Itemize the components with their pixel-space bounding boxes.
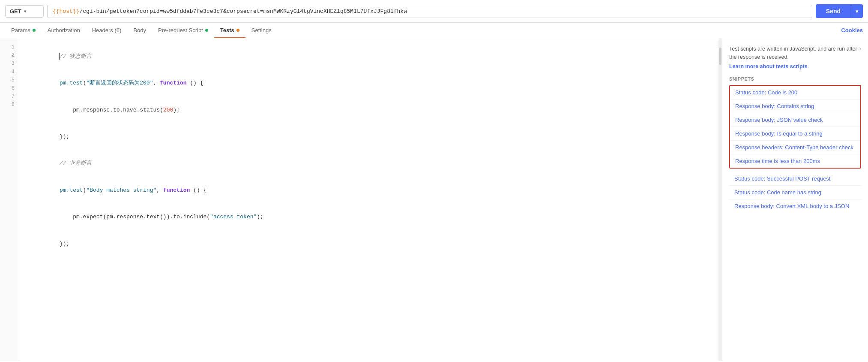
line-numbers: 1 2 3 4 5 6 7 8 (0, 38, 19, 361)
code-line-1: // 状态断言 (26, 43, 712, 70)
snippet-response-body-equal[interactable]: Response body: Is equal to a string (730, 127, 860, 141)
code-line-7: pm.expect(pm.response.text()).to.include… (26, 204, 712, 230)
line-num-1: 1 (0, 43, 19, 51)
tab-authorization[interactable]: Authorization (42, 23, 86, 38)
snippet-status-code-200[interactable]: Status code: Code is 200 (730, 86, 860, 100)
tab-params[interactable]: Params (5, 23, 42, 38)
tab-params-label: Params (11, 27, 30, 33)
hint-text-block: Test scripts are written in JavaScript, … (729, 45, 857, 69)
editor-scrollbar[interactable] (718, 38, 722, 361)
line-num-8: 8 (0, 101, 19, 109)
code-line-4: }); (26, 124, 712, 150)
method-label: GET (10, 8, 21, 15)
snippet-successful-post[interactable]: Status code: Successful POST request (729, 172, 861, 186)
send-button[interactable]: Send (816, 4, 851, 18)
tab-pre-request-label: Pre-request Script (158, 27, 203, 33)
code-line-8: }); (26, 231, 712, 257)
tab-tests[interactable]: Tests (214, 23, 245, 38)
url-template-part: {{host}} (53, 8, 79, 15)
tab-pre-request-dot (205, 29, 208, 32)
method-chevron-icon: ▾ (24, 9, 26, 14)
code-line-2: pm.test("断言返回的状态码为200", function () { (26, 70, 712, 97)
code-area[interactable]: // 状态断言 pm.test("断言返回的状态码为200", function… (19, 38, 718, 361)
tab-cookies-label: Cookies (841, 27, 863, 33)
snippet-code-name-string[interactable]: Status code: Code name has string (729, 186, 861, 199)
send-dropdown-button[interactable]: ▾ (851, 4, 863, 18)
snippets-label: SNIPPETS (729, 76, 861, 81)
hint-description: Test scripts are written in JavaScript, … (729, 45, 857, 61)
tab-params-dot (33, 29, 36, 32)
line-num-4: 4 (0, 68, 19, 76)
url-rest-part: /cgi-bin/gettoken?corpid=ww5dfddab7fe3ce… (79, 8, 407, 15)
tab-body[interactable]: Body (127, 23, 152, 38)
tab-authorization-label: Authorization (48, 27, 80, 33)
main-content: 1 2 3 4 5 6 7 8 // 状态断言 pm.test("断言返回的状态… (0, 38, 868, 361)
tab-tests-label: Tests (220, 27, 234, 33)
code-line-6: pm.test("Body matches string", function … (26, 177, 712, 204)
line-num-2: 2 (0, 51, 19, 60)
scrollbar-thumb[interactable] (719, 48, 721, 65)
tab-headers-label: Headers (6) (92, 27, 122, 33)
snippet-response-body-json[interactable]: Response body: JSON value check (730, 113, 860, 127)
hint-learn-more-link[interactable]: Learn more about tests scripts (729, 63, 808, 69)
tab-settings-label: Settings (251, 27, 272, 33)
tab-cookies[interactable]: Cookies (841, 27, 863, 33)
hint-chevron-icon: › (859, 45, 861, 52)
line-num-3: 3 (0, 60, 19, 68)
snippet-response-body-contains[interactable]: Response body: Contains string (730, 100, 860, 113)
send-dropdown-icon: ▾ (856, 8, 859, 15)
tab-headers[interactable]: Headers (6) (86, 23, 128, 38)
tab-tests-dot (236, 29, 239, 32)
code-line-5: // 业务断言 (26, 151, 712, 177)
send-button-group: Send ▾ (816, 4, 863, 18)
tab-pre-request-script[interactable]: Pre-request Script (152, 23, 214, 38)
tabs-bar: Params Authorization Headers (6) Body Pr… (0, 23, 868, 38)
line-num-5: 5 (0, 76, 19, 84)
snippet-response-time[interactable]: Response time is less than 200ms (730, 154, 860, 168)
line-num-7: 7 (0, 93, 19, 101)
url-bar: GET ▾ {{host}}/cgi-bin/gettoken?corpid=w… (0, 0, 868, 23)
code-editor[interactable]: 1 2 3 4 5 6 7 8 // 状态断言 pm.test("断言返回的状态… (0, 38, 722, 361)
tab-body-label: Body (133, 27, 146, 33)
snippet-convert-xml[interactable]: Response body: Convert XML body to a JSO… (729, 199, 861, 213)
code-line-3: pm.response.to.have.status(200); (26, 97, 712, 124)
right-panel: Test scripts are written in JavaScript, … (722, 38, 868, 361)
hint-row: Test scripts are written in JavaScript, … (729, 45, 861, 69)
line-num-6: 6 (0, 84, 19, 93)
tab-settings[interactable]: Settings (245, 23, 278, 38)
method-selector[interactable]: GET ▾ (5, 5, 44, 18)
snippets-box: Status code: Code is 200 Response body: … (729, 85, 861, 169)
snippet-response-headers-content-type[interactable]: Response headers: Content-Type header ch… (730, 141, 860, 154)
